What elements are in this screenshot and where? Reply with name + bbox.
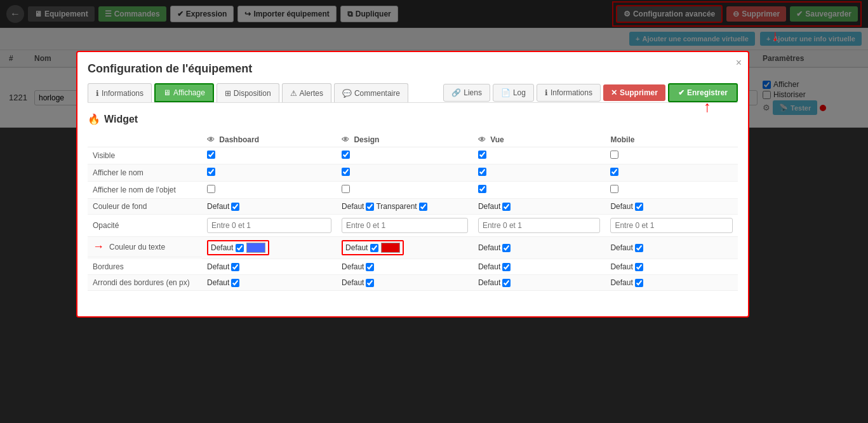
- cb-mobile-afficher-nom-objet[interactable]: [610, 185, 618, 193]
- mobile-defaut-bordures: Defaut: [610, 262, 733, 271]
- cb-vue-defaut-arrondi[interactable]: [502, 279, 511, 287]
- cb-design-visible[interactable]: [342, 151, 350, 159]
- cb-vue-defaut-texte[interactable]: [502, 244, 511, 252]
- label-opacite: Opacité: [88, 215, 202, 237]
- cb-design-transparent-fond[interactable]: [419, 203, 427, 211]
- row-afficher-nom: Afficher le nom: [88, 164, 738, 182]
- dashboard-color-swatch[interactable]: [246, 243, 265, 253]
- col-vue-header: 👁 Vue: [473, 133, 606, 147]
- modal-overlay: × Configuration de l'équipement ℹ Inform…: [0, 0, 868, 423]
- label-arrondi-bordures: Arrondi des bordures (en px): [88, 275, 202, 291]
- cb-design-defaut-texte[interactable]: [370, 244, 378, 252]
- col-dashboard-header: 👁 Dashboard: [202, 133, 337, 147]
- label-afficher-nom-objet: Afficher le nom de l'objet: [88, 182, 202, 199]
- vue-arrondi: Defaut: [473, 275, 606, 291]
- design-afficher-nom-objet: [337, 182, 473, 199]
- cb-design-defaut-bordures[interactable]: [366, 263, 374, 271]
- design-couleur-fond: Defaut Transparent: [337, 199, 473, 215]
- mobile-visible: [605, 147, 738, 164]
- cb-dashboard-defaut-fond[interactable]: [231, 203, 239, 211]
- dashboard-couleur-texte-group: Defaut: [207, 240, 269, 255]
- dashboard-arrondi: Defaut: [202, 275, 337, 291]
- label-couleur-fond: Couleur de fond: [88, 199, 202, 215]
- design-bordures: Defaut: [337, 259, 473, 275]
- widget-title: 🔥 Widget: [88, 113, 738, 125]
- cb-design-afficher-nom[interactable]: [342, 168, 350, 176]
- row-arrondi-bordures: Arrondi des bordures (en px) Defaut Defa…: [88, 275, 738, 291]
- vue-afficher-nom: [473, 164, 606, 182]
- row-bordures: Bordures Defaut Defaut: [88, 259, 738, 275]
- vue-defaut-bordures: Defaut: [478, 262, 601, 271]
- cb-mobile-defaut-fond[interactable]: [635, 203, 643, 211]
- modal-tabs: ℹ Informations 🖥 Affichage ⊞ Disposition…: [88, 83, 738, 103]
- eye-design-icon: 👁: [342, 135, 349, 144]
- mobile-couleur-fond: Defaut: [605, 199, 738, 215]
- mobile-opacite-input[interactable]: [610, 218, 733, 233]
- mobile-couleur-texte: Defaut: [605, 237, 738, 259]
- cb-dashboard-defaut-arrondi[interactable]: [231, 279, 239, 287]
- modal-supprimer-button[interactable]: ✕ Supprimer: [603, 84, 665, 101]
- vue-defaut-texte: Defaut: [478, 243, 601, 252]
- cb-mobile-afficher-nom[interactable]: [610, 168, 618, 176]
- row-afficher-nom-objet: Afficher le nom de l'objet: [88, 182, 738, 199]
- cb-vue-afficher-nom[interactable]: [478, 168, 486, 176]
- label-couleur-texte: → Couleur du texte: [88, 237, 202, 257]
- tab-right-group: 🔗 Liens 📄 Log ℹ Informations ✕ Supprimer: [443, 83, 738, 102]
- mobile-afficher-nom-objet: [605, 182, 738, 199]
- modal-close-button[interactable]: ×: [736, 57, 742, 69]
- cb-design-defaut-arrondi[interactable]: [366, 279, 374, 287]
- eye-dashboard-icon: 👁: [207, 135, 215, 144]
- vue-couleur-fond: Defaut: [473, 199, 606, 215]
- widget-table: 👁 Dashboard 👁 Design 👁 Vue: [88, 133, 738, 291]
- cb-dashboard-defaut-bordures[interactable]: [231, 263, 239, 271]
- cb-design-afficher-nom-objet[interactable]: [342, 185, 350, 193]
- tab-informations[interactable]: ℹ Informations: [88, 83, 152, 102]
- dashboard-couleur-fond: Defaut: [202, 199, 337, 215]
- cb-dashboard-afficher-nom-objet[interactable]: [207, 185, 215, 193]
- mobile-defaut-fond: Defaut: [610, 202, 733, 211]
- tab-affichage[interactable]: 🖥 Affichage: [154, 83, 214, 102]
- dashboard-afficher-nom: [202, 164, 337, 182]
- widget-table-header-row: 👁 Dashboard 👁 Design 👁 Vue: [88, 133, 738, 147]
- cb-dashboard-visible[interactable]: [207, 151, 215, 159]
- vue-visible: [473, 147, 606, 164]
- cb-vue-defaut-fond[interactable]: [502, 203, 511, 211]
- design-couleur-texte: Defaut: [337, 237, 473, 259]
- dashboard-opacite-input[interactable]: [207, 218, 331, 233]
- design-defaut-arrondi: Defaut: [342, 278, 468, 287]
- design-visible: [337, 147, 473, 164]
- modal: × Configuration de l'équipement ℹ Inform…: [76, 51, 749, 318]
- design-color-swatch[interactable]: [381, 243, 400, 253]
- label-bordures: Bordures: [88, 259, 202, 275]
- mobile-afficher-nom: [605, 164, 738, 182]
- dashboard-afficher-nom-objet: [202, 182, 337, 199]
- cb-vue-afficher-nom-objet[interactable]: [478, 185, 486, 193]
- tab-commentaire[interactable]: 💬 Commentaire: [334, 83, 408, 102]
- dashboard-defaut-bordures: Defaut: [207, 262, 331, 271]
- arrow-down-indicator: ↓: [771, 28, 779, 43]
- modal-enregistrer-button[interactable]: ✔ Enregistrer: [668, 83, 738, 102]
- vue-opacite-input[interactable]: [478, 218, 601, 233]
- cb-mobile-defaut-bordures[interactable]: [635, 263, 643, 271]
- cb-mobile-defaut-texte[interactable]: [635, 244, 643, 252]
- cb-vue-visible[interactable]: [478, 151, 486, 159]
- col-design-header: 👁 Design: [337, 133, 473, 147]
- cb-design-defaut-fond[interactable]: [366, 203, 374, 211]
- design-opacite-input[interactable]: [342, 218, 468, 233]
- dashboard-bordures: Defaut: [202, 259, 337, 275]
- col-mobile-header: Mobile: [605, 133, 738, 147]
- tab-liens[interactable]: 🔗 Liens: [443, 84, 490, 102]
- dashboard-defaut-arrondi: Defaut: [207, 278, 331, 287]
- cb-dashboard-defaut-texte[interactable]: [236, 244, 244, 252]
- tab-alertes[interactable]: ⚠ Alertes: [282, 83, 331, 102]
- tab-disposition[interactable]: ⊞ Disposition: [217, 83, 279, 102]
- cb-dashboard-afficher-nom[interactable]: [207, 168, 215, 176]
- tab-log[interactable]: 📄 Log: [493, 84, 534, 102]
- cb-mobile-defaut-arrondi[interactable]: [635, 279, 643, 287]
- label-afficher-nom: Afficher le nom: [88, 164, 202, 182]
- tab-informations2[interactable]: ℹ Informations: [537, 84, 601, 102]
- mobile-arrondi: Defaut: [605, 275, 738, 291]
- col-label-header: [88, 133, 202, 147]
- cb-mobile-visible[interactable]: [610, 151, 618, 159]
- cb-vue-defaut-bordures[interactable]: [502, 263, 511, 271]
